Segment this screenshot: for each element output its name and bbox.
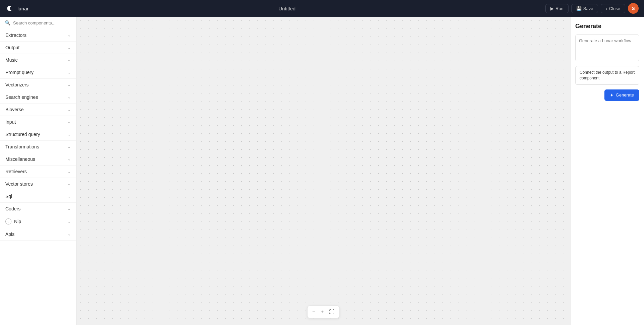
chevron-down-icon-vectorizers: ⌄ [67, 82, 71, 87]
run-button[interactable]: ▶ Run [545, 4, 569, 13]
sidebar-item-label-input: Input [5, 119, 16, 125]
fit-view-button[interactable]: ⛶ [327, 308, 336, 316]
canvas-area[interactable]: − + ⛶ [76, 17, 570, 325]
close-button[interactable]: › Close [601, 4, 625, 13]
main-layout: 🔍 Extractors⌄Output⌄Music⌄Prompt query⌄V… [0, 17, 644, 325]
lunar-moon-icon [5, 4, 15, 13]
sidebar-item-left-transformations: Transformations [5, 144, 39, 149]
chevron-down-icon-extractors: ⌄ [67, 33, 71, 38]
save-icon: 💾 [576, 6, 582, 11]
sidebar-item-label-sql: Sql [5, 194, 12, 199]
sidebar-item-label-coders: Coders [5, 206, 20, 211]
sidebar-item-nip[interactable]: ○Nip⌄ [0, 215, 76, 228]
run-icon: ▶ [550, 6, 554, 11]
sparkle-icon: ✦ [610, 92, 614, 98]
sidebar-item-left-music: Music [5, 57, 18, 63]
sidebar-item-label-transformations: Transformations [5, 144, 39, 149]
sidebar-item-prompt-query[interactable]: Prompt query⌄ [0, 66, 76, 79]
sidebar-item-left-coders: Coders [5, 206, 20, 211]
sidebar-item-apis[interactable]: Apis⌄ [0, 228, 76, 241]
chevron-down-icon-input: ⌄ [67, 120, 71, 124]
sidebar-item-label-extractors: Extractors [5, 32, 26, 38]
sidebar-item-structured-query[interactable]: Structured query⌄ [0, 128, 76, 141]
sidebar-item-sql[interactable]: Sql⌄ [0, 190, 76, 203]
sidebar-item-label-bioverse: Bioverse [5, 107, 23, 112]
document-title: Untitled [278, 6, 296, 11]
sidebar-item-transformations[interactable]: Transformations⌄ [0, 141, 76, 153]
sidebar-item-miscellaneous[interactable]: Miscellaneous⌄ [0, 153, 76, 166]
chevron-down-icon-transformations: ⌄ [67, 144, 71, 149]
sidebar-item-search-engines[interactable]: Search engines⌄ [0, 91, 76, 104]
chevron-down-icon-output: ⌄ [67, 45, 71, 50]
sidebar-item-label-apis: Apis [5, 232, 14, 237]
search-icon: 🔍 [5, 20, 10, 25]
sidebar-item-label-search-engines: Search engines [5, 94, 38, 100]
zoom-in-icon: + [321, 309, 324, 315]
sidebar-item-left-vectorizers: Vectorizers [5, 82, 29, 87]
generate-suggestion[interactable]: Connect the output to a Report component [575, 66, 639, 85]
zoom-out-button[interactable]: − [310, 308, 317, 316]
brand-name: lunar [17, 6, 29, 11]
sidebar-item-left-vector-stores: Vector stores [5, 181, 33, 187]
chevron-down-icon-prompt-query: ⌄ [67, 70, 71, 75]
avatar[interactable]: S [628, 3, 639, 14]
chevron-down-icon-sql: ⌄ [67, 194, 71, 199]
chevron-down-icon-retrievers: ⌄ [67, 169, 71, 174]
sidebar-item-left-extractors: Extractors [5, 32, 26, 38]
chevron-down-icon-nip: ⌄ [67, 219, 71, 224]
sidebar-item-left-prompt-query: Prompt query [5, 70, 34, 75]
sidebar-item-bioverse[interactable]: Bioverse⌄ [0, 104, 76, 116]
sidebar-item-label-output: Output [5, 45, 19, 50]
nav-left: lunar [5, 4, 29, 13]
top-navigation: lunar Untitled ▶ Run 💾 Save › Close S [0, 0, 644, 17]
chevron-down-icon-search-engines: ⌄ [67, 95, 71, 100]
chevron-down-icon-bioverse: ⌄ [67, 107, 71, 112]
close-icon: › [606, 6, 607, 11]
panel-title: Generate [575, 23, 639, 30]
sidebar-item-retrievers[interactable]: Retrievers⌄ [0, 166, 76, 178]
save-button[interactable]: 💾 Save [571, 4, 598, 13]
nip-icon: ○ [5, 218, 11, 224]
chevron-down-icon-apis: ⌄ [67, 232, 71, 237]
chevron-down-icon-vector-stores: ⌄ [67, 182, 71, 186]
generate-textarea[interactable] [575, 35, 639, 61]
canvas-toolbar: − + ⛶ [307, 306, 340, 318]
sidebar-item-label-miscellaneous: Miscellaneous [5, 156, 35, 162]
chevron-down-icon-music: ⌄ [67, 58, 71, 62]
chevron-down-icon-coders: ⌄ [67, 206, 71, 211]
sidebar-item-output[interactable]: Output⌄ [0, 42, 76, 54]
sidebar-item-label-structured-query: Structured query [5, 132, 40, 137]
sidebar-item-left-input: Input [5, 119, 16, 125]
generate-panel: Generate Connect the output to a Report … [570, 17, 644, 325]
sidebar: 🔍 Extractors⌄Output⌄Music⌄Prompt query⌄V… [0, 17, 76, 325]
sidebar-item-extractors[interactable]: Extractors⌄ [0, 29, 76, 42]
sidebar-item-left-search-engines: Search engines [5, 94, 38, 100]
search-input[interactable] [13, 20, 71, 25]
sidebar-item-coders[interactable]: Coders⌄ [0, 203, 76, 215]
sidebar-item-label-vectorizers: Vectorizers [5, 82, 29, 87]
chevron-down-icon-miscellaneous: ⌄ [67, 157, 71, 161]
chevron-down-icon-structured-query: ⌄ [67, 132, 71, 137]
sidebar-item-vector-stores[interactable]: Vector stores⌄ [0, 178, 76, 190]
fit-icon: ⛶ [329, 309, 334, 315]
zoom-in-button[interactable]: + [319, 308, 326, 316]
sidebar-item-label-retrievers: Retrievers [5, 169, 27, 174]
sidebar-item-left-retrievers: Retrievers [5, 169, 27, 174]
nav-right: ▶ Run 💾 Save › Close S [545, 3, 639, 14]
sidebar-item-input[interactable]: Input⌄ [0, 116, 76, 128]
sidebar-item-label-vector-stores: Vector stores [5, 181, 33, 187]
generate-button[interactable]: ✦ Generate [604, 89, 639, 101]
sidebar-item-left-nip: ○Nip [5, 218, 21, 224]
sidebar-items-list: Extractors⌄Output⌄Music⌄Prompt query⌄Vec… [0, 29, 76, 241]
sidebar-item-label-nip: Nip [14, 219, 21, 224]
zoom-out-icon: − [312, 309, 315, 315]
sidebar-item-left-output: Output [5, 45, 19, 50]
sidebar-item-vectorizers[interactable]: Vectorizers⌄ [0, 79, 76, 91]
sidebar-item-left-miscellaneous: Miscellaneous [5, 156, 35, 162]
search-bar: 🔍 [0, 17, 76, 29]
sidebar-item-left-bioverse: Bioverse [5, 107, 23, 112]
sidebar-item-music[interactable]: Music⌄ [0, 54, 76, 66]
sidebar-item-label-music: Music [5, 57, 18, 63]
sidebar-item-left-apis: Apis [5, 232, 14, 237]
sidebar-item-left-structured-query: Structured query [5, 132, 40, 137]
